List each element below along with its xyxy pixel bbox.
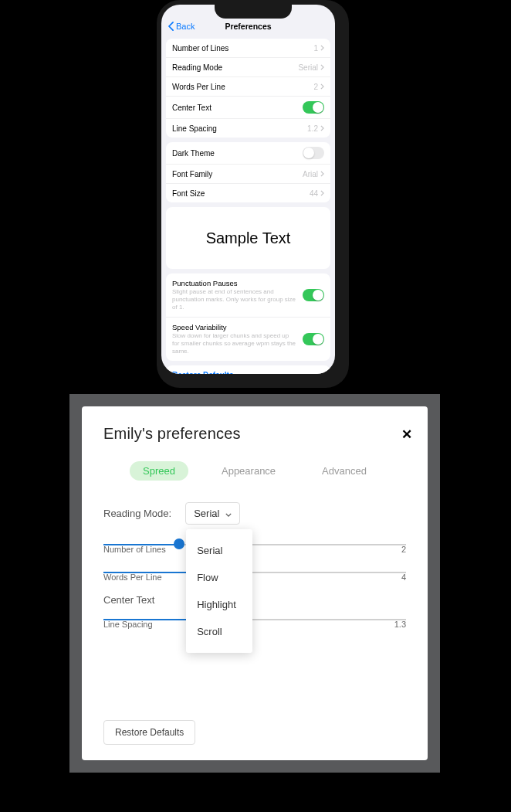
phone-screen: Back Preferences Number of Lines1Reading…: [161, 5, 335, 374]
row-value: Arial: [303, 170, 324, 178]
settings-group-theme: Dark ThemeFont FamilyArialFont Size44: [166, 142, 330, 202]
dropdown-option[interactable]: Highlight: [186, 591, 252, 618]
close-icon[interactable]: ✕: [401, 426, 412, 443]
reading-mode-dropdown: SerialFlowHighlightScroll: [186, 529, 252, 653]
page-title: Preferences: [225, 22, 271, 31]
settings-row[interactable]: Number of Lines1: [166, 39, 330, 58]
row-value: Serial: [298, 63, 324, 72]
row-value: 1: [313, 44, 324, 53]
reading-mode-select[interactable]: Serial SerialFlowHighlightScroll: [185, 502, 240, 525]
line-spacing-label: Line Spacing: [103, 620, 153, 629]
tab-spreed[interactable]: Spreed: [130, 461, 188, 481]
advanced-row: Speed Variability Slow down for larger c…: [166, 318, 330, 361]
settings-row[interactable]: Words Per Line2: [166, 77, 330, 97]
row-label: Reading Mode: [172, 63, 222, 72]
phone-frame: Back Preferences Number of Lines1Reading…: [157, 0, 349, 388]
tab-appearance[interactable]: Appearance: [208, 461, 289, 481]
toggle-switch[interactable]: [303, 289, 324, 301]
restore-defaults-button[interactable]: Restore Defaults: [103, 720, 195, 745]
line-spacing-value: 1.3: [394, 620, 406, 629]
slider-label: Words Per Line: [103, 572, 162, 582]
settings-row[interactable]: Font Size44: [166, 184, 330, 202]
slider[interactable]: [103, 566, 406, 568]
settings-row[interactable]: Dark Theme: [166, 142, 330, 165]
row-label: Number of Lines: [172, 44, 228, 53]
reading-mode-label: Reading Mode:: [103, 508, 171, 519]
chevron-right-icon: [320, 83, 324, 90]
chevron-right-icon: [320, 190, 324, 196]
row-value: 44: [310, 189, 324, 198]
advanced-row: Punctuation Pauses Slight pause at end o…: [166, 273, 330, 318]
phone-notch: [215, 5, 292, 19]
advanced-title: Punctuation Pauses: [172, 279, 296, 287]
chevron-right-icon: [320, 45, 324, 51]
reading-mode-value: Serial: [194, 508, 219, 519]
slider-value: 4: [401, 572, 406, 582]
center-text-label: Center Text: [103, 594, 406, 606]
row-label: Words Per Line: [172, 83, 225, 91]
row-label: Font Size: [172, 189, 205, 198]
line-spacing-slider[interactable]: [103, 613, 406, 615]
chevron-right-icon: [320, 125, 324, 131]
chevron-right-icon: [320, 64, 324, 70]
modal-tabs: SpreedAppearanceAdvanced: [103, 461, 406, 481]
slider-value: 2: [401, 545, 406, 554]
dropdown-option[interactable]: Scroll: [186, 618, 252, 645]
reading-mode-field: Reading Mode: Serial SerialFlowHighlight…: [103, 502, 406, 525]
settings-row[interactable]: Font FamilyArial: [166, 165, 330, 184]
advanced-desc: Slight pause at end of sentences and pun…: [172, 288, 296, 311]
row-value: 1.2: [307, 124, 324, 133]
toggle-switch[interactable]: [303, 333, 324, 345]
row-label: Line Spacing: [172, 124, 217, 133]
row-label: Dark Theme: [172, 149, 215, 158]
dropdown-option[interactable]: Serial: [186, 537, 252, 564]
sample-text-preview: Sample Text: [166, 207, 330, 269]
row-value: 2: [313, 83, 324, 91]
row-label: Center Text: [172, 104, 212, 112]
row-label: Font Family: [172, 170, 212, 178]
settings-row[interactable]: Reading ModeSerial: [166, 58, 330, 77]
restore-defaults-button[interactable]: Restore Defaults: [166, 365, 330, 374]
dropdown-option[interactable]: Flow: [186, 564, 252, 591]
preferences-modal: Emily's preferences ✕ SpreedAppearanceAd…: [82, 406, 428, 760]
settings-row[interactable]: Line Spacing1.2: [166, 119, 330, 138]
slider[interactable]: [103, 539, 406, 540]
chevron-down-icon: [225, 508, 232, 519]
advanced-desc: Slow down for larger chunks and speed up…: [172, 332, 296, 355]
settings-group-advanced: Punctuation Pauses Slight pause at end o…: [166, 273, 330, 361]
toggle-switch[interactable]: [303, 147, 324, 159]
chevron-right-icon: [320, 171, 324, 177]
advanced-title: Speed Variability: [172, 323, 296, 331]
slider-label: Number of Lines: [103, 545, 166, 554]
settings-group-display: Number of Lines1Reading ModeSerialWords …: [166, 39, 330, 138]
toggle-switch[interactable]: [303, 101, 324, 114]
modal-title: Emily's preferences: [103, 425, 406, 443]
settings-row[interactable]: Center Text: [166, 97, 330, 119]
tab-advanced[interactable]: Advanced: [309, 461, 380, 481]
modal-backdrop: Emily's preferences ✕ SpreedAppearanceAd…: [69, 394, 440, 773]
back-button[interactable]: Back: [168, 22, 195, 31]
back-label: Back: [176, 22, 195, 31]
